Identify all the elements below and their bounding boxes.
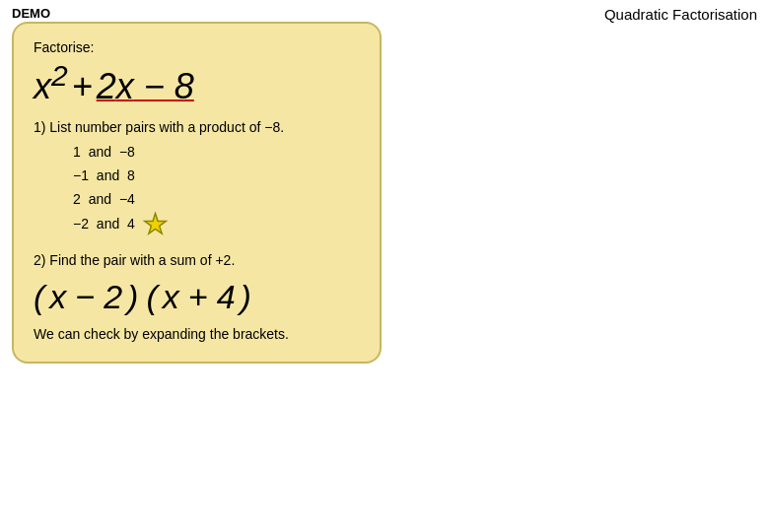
answer-open-paren-1: (	[34, 278, 44, 316]
factorise-label: Factorise:	[34, 39, 360, 55]
math-x-squared: x2	[34, 59, 68, 107]
pair-4-connector: and	[93, 213, 123, 236]
pair-row-1: 1 and −8	[73, 141, 360, 165]
answer-x1: x	[49, 278, 66, 316]
math-plus: +	[72, 66, 93, 107]
answer-minus: −	[75, 278, 95, 316]
demo-label: DEMO	[12, 6, 50, 21]
pair-2-right: 8	[127, 165, 135, 188]
pair-4-left: −2	[73, 213, 89, 236]
pair-3-left: 2	[73, 188, 81, 212]
answer-open-paren-2: (	[146, 278, 157, 316]
step1-text: 1) List number pairs with a product of −…	[34, 119, 360, 135]
pair-row-3: 2 and −4	[73, 188, 360, 212]
pair-1-right: −8	[119, 141, 135, 165]
pair-2-left: −1	[73, 165, 89, 188]
answer-expression: ( x − 2 ) ( x + 4 )	[34, 278, 360, 316]
math-2x-minus-8: 2x − 8	[97, 66, 194, 107]
pair-1-left: 1	[73, 141, 81, 165]
pair-1-connector: and	[85, 141, 115, 165]
number-pairs-list: 1 and −8 −1 and 8 2 and −4 −2 and 4 ★	[73, 141, 360, 238]
step2-text: 2) Find the pair with a sum of +2.	[34, 252, 360, 268]
main-card: Factorise: x2 + 2x − 8 1) List number pa…	[12, 22, 382, 364]
answer-close-paren-1: )	[127, 278, 138, 316]
check-text: We can check by expanding the brackets.	[34, 326, 360, 342]
page-title: Quadratic Factorisation	[604, 6, 757, 23]
pair-4-right: 4	[127, 213, 135, 236]
answer-4: 4	[217, 278, 236, 316]
pair-3-connector: and	[85, 188, 115, 212]
pair-2-connector: and	[93, 165, 123, 188]
answer-close-paren-2: )	[241, 278, 251, 316]
answer-x2: x	[163, 278, 179, 316]
pair-row-4: −2 and 4 ★	[73, 211, 360, 238]
answer-2: 2	[104, 278, 122, 316]
pair-3-right: −4	[119, 188, 135, 212]
answer-plus: +	[188, 278, 208, 316]
star-icon: ★	[143, 211, 168, 238]
pair-row-2: −1 and 8	[73, 165, 360, 188]
math-expression: x2 + 2x − 8	[34, 59, 360, 107]
